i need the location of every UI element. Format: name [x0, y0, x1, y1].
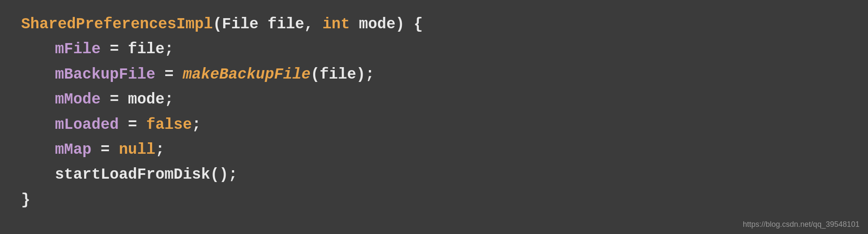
- code-container: SharedPreferencesImpl(File file, int mod…: [0, 0, 868, 224]
- closing-brace: }: [21, 188, 30, 212]
- keyword-null: null: [119, 137, 155, 162]
- var-mmode: mMode: [55, 87, 101, 112]
- code-line-6: mMap = null;: [21, 137, 847, 162]
- param-name-file: file,: [259, 12, 322, 37]
- method-args: (file);: [311, 62, 374, 87]
- code-line-1: SharedPreferencesImpl(File file, int mod…: [21, 12, 847, 37]
- var-mmap: mMap: [55, 137, 91, 162]
- code-line-7: startLoadFromDisk();: [21, 162, 847, 187]
- code-line-2: mFile = file;: [21, 37, 847, 62]
- keyword-false: false: [146, 112, 192, 137]
- code-line-5: mLoaded = false;: [21, 112, 847, 137]
- assign-eq: =: [156, 62, 183, 87]
- paren-open: (: [213, 12, 222, 37]
- semicolon-1: ;: [192, 112, 201, 137]
- assign-mode: = mode;: [101, 87, 174, 112]
- assign-eq2: =: [119, 112, 146, 137]
- keyword-int: int: [322, 12, 350, 37]
- class-name: SharedPreferencesImpl: [21, 12, 213, 37]
- code-line-3: mBackupFile = makeBackupFile(file);: [21, 62, 847, 87]
- assign-eq3: =: [91, 137, 119, 162]
- var-mfile: mFile: [55, 37, 101, 62]
- param-mode: mode) {: [350, 12, 423, 37]
- assign-file: = file;: [101, 37, 174, 62]
- method-makebackupfile: makeBackupFile: [183, 62, 310, 87]
- code-line-4: mMode = mode;: [21, 87, 847, 112]
- code-line-8: }: [21, 188, 847, 212]
- var-mbackupfile: mBackupFile: [55, 62, 156, 87]
- semicolon-2: ;: [156, 137, 165, 162]
- var-mloaded: mLoaded: [55, 112, 119, 137]
- param-type-file: File: [222, 12, 258, 37]
- method-startload: startLoadFromDisk();: [55, 162, 237, 187]
- watermark: https://blog.csdn.net/qq_39548101: [743, 220, 860, 229]
